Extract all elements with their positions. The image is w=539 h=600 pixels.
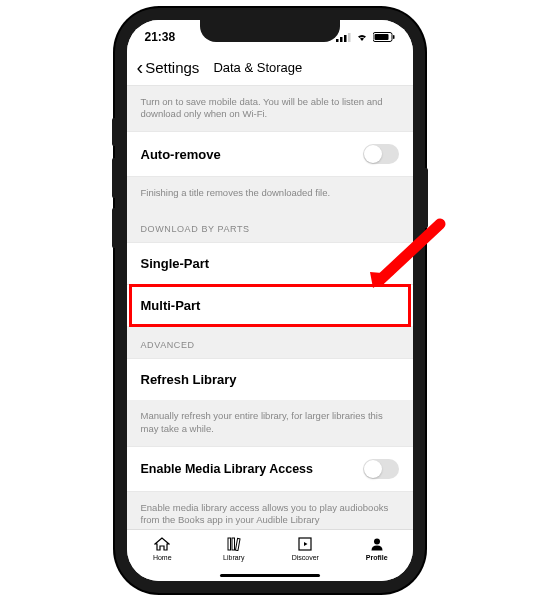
multi-part-label: Multi-Part [141,298,201,313]
auto-remove-label: Auto-remove [141,147,221,162]
mute-switch [112,118,115,146]
media-access-toggle[interactable] [363,459,399,479]
svg-rect-0 [336,39,339,42]
svg-marker-11 [304,542,308,546]
library-icon [227,536,241,552]
header: ‹ Settings Data & Storage [127,50,413,86]
content: Turn on to save mobile data. You will be… [127,86,413,529]
tab-label: Library [223,554,244,561]
battery-icon [373,32,395,42]
back-label: Settings [145,59,199,76]
auto-remove-row: Auto-remove [127,131,413,177]
svg-rect-5 [374,34,388,40]
profile-icon [370,536,384,552]
svg-rect-6 [393,35,395,39]
refresh-desc: Manually refresh your entire library, fo… [127,400,413,446]
page-title: Data & Storage [213,60,302,75]
wifi-icon [355,32,369,42]
advanced-header: ADVANCED [127,326,413,358]
power-button [425,168,428,228]
download-parts-header: DOWNLOAD BY PARTS [127,210,413,242]
svg-rect-8 [232,538,235,550]
mobile-data-info: Turn on to save mobile data. You will be… [127,86,413,132]
media-access-desc: Enable media library access allows you t… [127,492,413,529]
signal-icon [336,32,351,42]
svg-rect-1 [340,37,343,42]
chevron-left-icon: ‹ [137,57,144,77]
volume-up [112,158,115,198]
single-part-row[interactable]: Single-Part [127,242,413,284]
home-indicator[interactable] [220,574,320,577]
toggle-knob [364,145,382,163]
tab-label: Profile [366,554,388,561]
svg-rect-9 [235,538,240,550]
multi-part-row[interactable]: Multi-Part [127,284,413,326]
media-access-label: Enable Media Library Access [141,462,314,476]
auto-remove-toggle[interactable] [363,144,399,164]
home-icon [154,536,170,552]
status-time: 21:38 [145,26,176,44]
tab-profile[interactable]: Profile [341,536,413,581]
status-icons [336,28,395,42]
svg-rect-3 [348,33,351,42]
tab-home[interactable]: Home [127,536,199,581]
svg-point-12 [374,538,380,544]
toggle-knob [364,460,382,478]
volume-down [112,208,115,248]
tab-label: Home [153,554,172,561]
auto-remove-desc: Finishing a title removes the downloaded… [127,177,413,210]
svg-rect-7 [228,538,231,550]
back-button[interactable]: ‹ Settings [137,57,200,77]
screen: 21:38 ‹ Settings Data & Storage Turn on … [127,20,413,581]
media-access-row: Enable Media Library Access [127,446,413,492]
discover-icon [298,536,312,552]
phone-frame: 21:38 ‹ Settings Data & Storage Turn on … [115,8,425,593]
svg-rect-2 [344,35,347,42]
notch [200,20,340,42]
refresh-library-row[interactable]: Refresh Library [127,358,413,400]
tab-label: Discover [292,554,319,561]
